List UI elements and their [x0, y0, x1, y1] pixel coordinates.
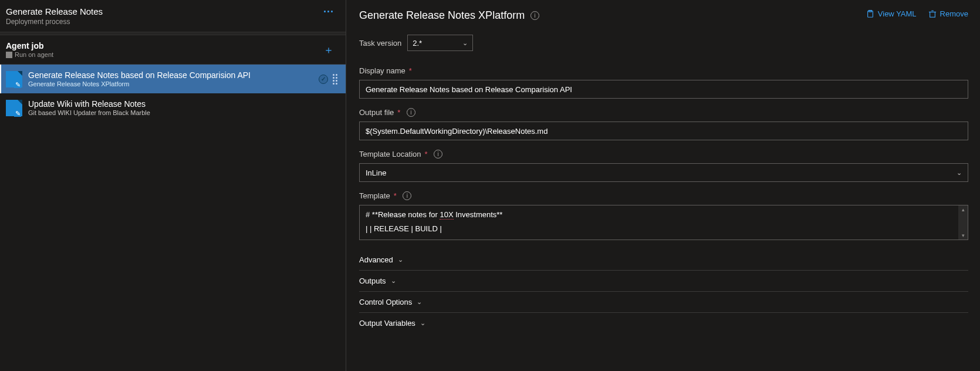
- chevron-down-icon: ⌄: [391, 277, 396, 285]
- left-pane: Generate Release Notes Deployment proces…: [0, 0, 346, 371]
- more-menu-icon[interactable]: ···: [321, 6, 336, 17]
- chevron-down-icon: ⌄: [462, 39, 468, 47]
- clipboard-icon: [866, 10, 874, 18]
- chevron-down-icon: ⌄: [398, 256, 403, 264]
- task-subtitle: Generate Release Notes XPlatform: [28, 80, 313, 87]
- trash-icon: [928, 10, 937, 18]
- required-icon: *: [394, 191, 397, 200]
- agent-job-title: Agent job: [6, 41, 53, 50]
- agent-icon: [6, 52, 12, 58]
- template-location-select[interactable]: InLine ⌄: [359, 163, 968, 182]
- section-outputs[interactable]: Outputs ⌄: [359, 271, 968, 292]
- required-icon: *: [409, 66, 412, 75]
- output-file-label: Output file: [359, 108, 394, 117]
- textarea-scrollbar[interactable]: ▴▾: [958, 205, 968, 240]
- pipeline-subtitle: Deployment process: [6, 18, 103, 26]
- section-output-variables[interactable]: Output Variables ⌄: [359, 313, 968, 333]
- drag-handle-icon[interactable]: [333, 74, 337, 85]
- task-icon: [6, 71, 22, 87]
- view-yaml-button[interactable]: View YAML: [866, 9, 917, 18]
- right-pane: Generate Release Notes XPlatform i View …: [346, 0, 980, 371]
- display-name-input[interactable]: [359, 80, 968, 99]
- chevron-down-icon: ⌄: [957, 169, 962, 177]
- agent-job-sub: Run on agent: [6, 51, 53, 58]
- check-circle-icon: [319, 75, 328, 84]
- section-advanced[interactable]: Advanced ⌄: [359, 249, 968, 271]
- add-task-icon[interactable]: ＋: [321, 43, 336, 57]
- agent-job-row[interactable]: Agent job Run on agent ＋: [0, 35, 346, 65]
- section-control-options[interactable]: Control Options ⌄: [359, 292, 968, 313]
- template-location-label: Template Location: [359, 150, 421, 158]
- pipeline-title: Generate Release Notes: [6, 6, 103, 16]
- task-version-select[interactable]: 2.* ⌄: [407, 35, 473, 51]
- info-icon[interactable]: i: [530, 11, 539, 20]
- task-subtitle: Git based WIKI Updater from Black Marble: [28, 109, 340, 116]
- task-title: Update Wiki with Release Notes: [28, 99, 340, 109]
- task-icon: [6, 100, 22, 116]
- task-row-generate-notes[interactable]: Generate Release Notes based on Release …: [0, 65, 346, 93]
- task-row-update-wiki[interactable]: Update Wiki with Release Notes Git based…: [0, 93, 346, 122]
- pipeline-header: Generate Release Notes Deployment proces…: [0, 0, 346, 32]
- info-icon[interactable]: i: [403, 191, 411, 200]
- chevron-down-icon: ⌄: [420, 319, 425, 327]
- task-version-label: Task version: [359, 39, 401, 48]
- remove-button[interactable]: Remove: [928, 9, 968, 18]
- task-detail-title: Generate Release Notes XPlatform i: [359, 9, 539, 22]
- required-icon: *: [397, 108, 400, 117]
- svg-rect-2: [930, 12, 935, 17]
- chevron-down-icon: ⌄: [417, 298, 422, 306]
- output-file-input[interactable]: [359, 122, 968, 140]
- required-icon: *: [425, 150, 428, 158]
- info-icon[interactable]: i: [407, 108, 415, 117]
- display-name-label: Display name: [359, 66, 405, 75]
- template-label: Template: [359, 191, 390, 200]
- info-icon[interactable]: i: [434, 150, 442, 158]
- template-textarea[interactable]: # **Release notes for 10X Investments** …: [359, 205, 968, 240]
- task-title: Generate Release Notes based on Release …: [28, 70, 313, 80]
